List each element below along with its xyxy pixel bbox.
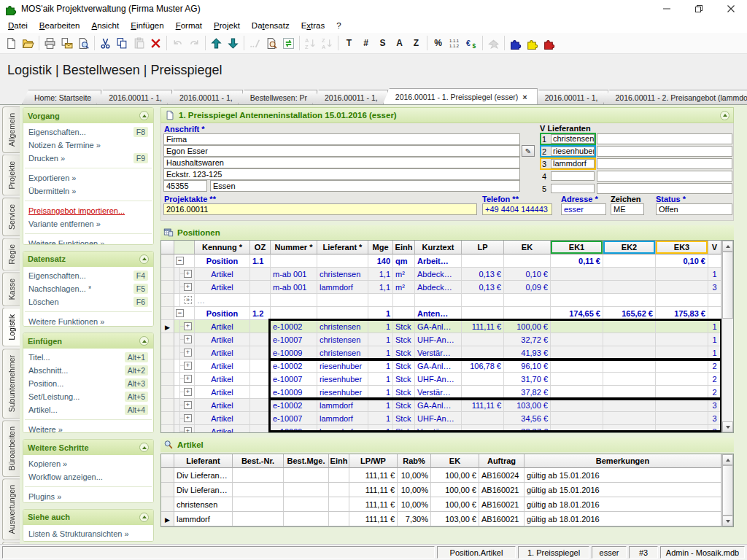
cell-ek2[interactable]	[603, 268, 656, 281]
move-up-button[interactable]	[208, 35, 225, 51]
cell-bestnr[interactable]	[233, 468, 284, 483]
cell-ek2[interactable]	[603, 399, 656, 412]
cell-ek2[interactable]	[603, 254, 656, 268]
position-row[interactable]: Artikele-10002lammdorf1StckGA-Anl…111,11…	[161, 399, 733, 412]
address-line3-field[interactable]: Haushaltswaren	[163, 157, 520, 168]
address-line1-field[interactable]: Firma	[163, 133, 520, 145]
cell-kennung[interactable]: Artikel	[195, 320, 250, 333]
cell-ek2[interactable]	[603, 320, 656, 333]
cell-nummer[interactable]: e-10009	[271, 425, 317, 433]
cell-ek[interactable]	[504, 254, 551, 268]
sidebar-item-listen-strukturansichten[interactable]: Listen & Strukturansichten »	[23, 527, 153, 540]
cell-mge[interactable]	[368, 294, 393, 307]
sidebar-item-preisangebot-importieren[interactable]: Preisangebot importieren...	[23, 204, 153, 217]
cell-sel[interactable]	[161, 281, 174, 294]
cell-einh[interactable]	[329, 483, 349, 497]
cell-ek3[interactable]	[656, 359, 708, 373]
cell-kennung[interactable]: Artikel	[195, 425, 250, 433]
cell-oz[interactable]	[250, 386, 271, 399]
cell-ek[interactable]: 100,00 €	[504, 320, 551, 333]
cell-ek[interactable]: 0,10 €	[504, 268, 551, 281]
sidebar-item-eigenschaften[interactable]: Eigenschaften...F8	[23, 125, 153, 139]
column-header-kurztext[interactable]: Kurztext	[415, 241, 462, 254]
cell-v[interactable]: 3	[708, 412, 721, 425]
cell-kurztext[interactable]: Abdeck…	[415, 268, 462, 281]
expand-node-icon[interactable]	[184, 427, 192, 433]
copy-button[interactable]	[114, 35, 131, 51]
cell-v[interactable]: 1	[708, 346, 721, 359]
supplier-name-field[interactable]: riesenhuber	[551, 147, 595, 156]
cell-oz[interactable]	[250, 333, 271, 346]
cell-sel[interactable]	[161, 512, 174, 526]
cell-einh[interactable]: Stck	[393, 333, 415, 346]
column-header-ek[interactable]: EK	[431, 454, 479, 468]
cell-ek[interactable]: 31,70 €	[504, 373, 551, 386]
tab-2016-00011-1[interactable]: 2016.00011 - 1,	[312, 90, 388, 104]
cell-mge[interactable]: 1	[368, 333, 393, 346]
cell-mge[interactable]: 1	[368, 412, 393, 425]
cell-lp[interactable]: 111,11 €	[462, 399, 504, 412]
cell-tree[interactable]	[174, 386, 195, 399]
cell-oz[interactable]	[250, 294, 271, 307]
cell-oz[interactable]	[250, 373, 271, 386]
cell-lp[interactable]	[462, 307, 504, 320]
cell-oz[interactable]	[250, 412, 271, 425]
cell-sel[interactable]	[161, 483, 174, 497]
module-tab-regie[interactable]: Regie	[2, 238, 20, 271]
column-header-v[interactable]: V	[708, 241, 721, 254]
cell-kurztext[interactable]: Arbeit…	[415, 254, 462, 268]
menu-datei[interactable]: Datei	[2, 20, 34, 31]
cell-lieferant[interactable]: lammdorf	[317, 425, 368, 433]
cell-sel[interactable]	[161, 468, 174, 483]
refresh-button[interactable]	[280, 35, 297, 51]
cell-lp[interactable]: 0,13 €	[462, 281, 504, 294]
cell-lieferant[interactable]: christensen	[317, 268, 368, 281]
cell-lieferant[interactable]: riesenhuber	[317, 359, 368, 373]
cell-kennung[interactable]: …	[195, 294, 250, 307]
cell-lp[interactable]	[462, 386, 504, 399]
cell-kurztext[interactable]: GA-Anl…	[415, 359, 462, 373]
cell-kurztext[interactable]: GA-Anl…	[415, 320, 462, 333]
supplier-field-rest[interactable]	[597, 183, 732, 194]
cell-ek1[interactable]	[551, 425, 603, 433]
cell-mge[interactable]: 1	[368, 346, 393, 359]
cell-kurztext[interactable]: GA-Anl…	[415, 399, 462, 412]
currency-button[interactable]: €$	[463, 35, 480, 51]
cell-tree[interactable]	[174, 333, 195, 346]
expand-node-icon[interactable]	[184, 388, 192, 396]
restore-button[interactable]	[683, 0, 715, 18]
cell-lp[interactable]	[462, 425, 504, 433]
column-header-mge[interactable]: Mge	[368, 241, 393, 254]
percent-button[interactable]: %	[430, 35, 446, 51]
expand-node-icon[interactable]	[184, 401, 192, 409]
cell-lieferant[interactable]	[317, 307, 368, 320]
cell-ek1[interactable]	[551, 281, 603, 294]
cell-ek3[interactable]	[656, 399, 708, 412]
cell-sel[interactable]	[161, 307, 174, 320]
signature-button[interactable]: ✎	[522, 145, 535, 157]
sidebar-item-weitere-funktionen[interactable]: Weitere Funktionen »	[23, 237, 153, 245]
cell-ek3[interactable]	[656, 294, 708, 307]
cell-oz[interactable]	[250, 425, 271, 433]
module-tab-auswertungen[interactable]: Auswertungen	[2, 478, 20, 540]
expand-node-icon[interactable]	[184, 375, 192, 383]
minimize-button[interactable]	[651, 0, 683, 18]
cell-lieferant[interactable]: christensen	[317, 333, 368, 346]
cell-ek3[interactable]	[656, 346, 708, 359]
scroll-down-icon[interactable]	[722, 516, 733, 526]
column-header-best-nr[interactable]: Best.-Nr.	[233, 454, 284, 468]
column-header-ek[interactable]: EK	[504, 241, 551, 254]
cell-lieferant[interactable]: riesenhuber	[317, 386, 368, 399]
artikel-scrollbar[interactable]	[721, 454, 733, 526]
cell-ek[interactable]: 96,10 €	[504, 359, 551, 373]
column-header-oz[interactable]: OZ	[250, 241, 271, 254]
sidebar-item-eigenschaften[interactable]: Eigenschaften...F4	[23, 269, 153, 282]
cell-lieferant[interactable]: christensen	[174, 497, 233, 512]
cell-bestnr[interactable]	[233, 497, 284, 512]
cell-tree[interactable]	[174, 320, 195, 333]
cell-sel[interactable]	[161, 254, 174, 268]
cell-sel[interactable]	[161, 425, 174, 433]
artikel-row[interactable]: Div Lieferan…111,11 €10,00%100,00 €AB160…	[161, 483, 733, 497]
expand-node-icon[interactable]	[184, 283, 192, 291]
cell-ek[interactable]: 38,37 €	[504, 425, 551, 433]
